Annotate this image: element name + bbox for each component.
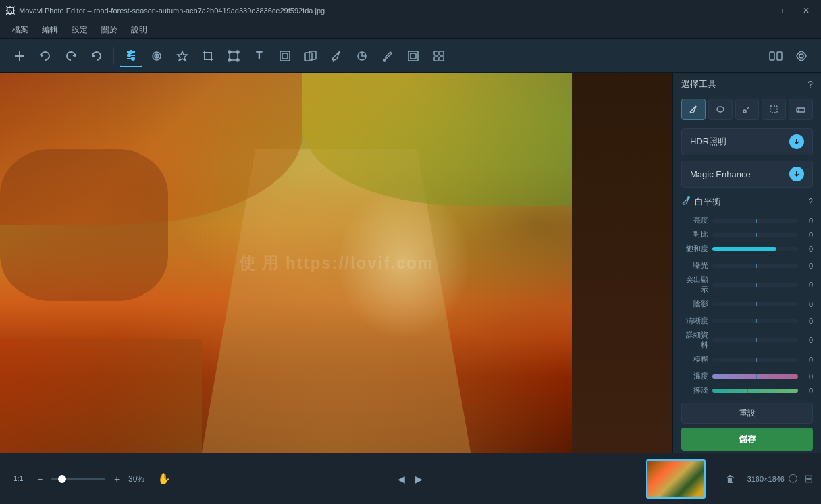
saturation-row: 飽和度 0 (681, 242, 813, 256)
exposure-value: 0 (802, 262, 813, 270)
menu-about[interactable]: 關於 (95, 23, 124, 37)
temperature-center (756, 374, 757, 379)
white-balance-icon (681, 196, 691, 208)
detail-value: 0 (802, 336, 813, 344)
panel-header: 選擇工具 ? (673, 73, 821, 96)
brightness-slider[interactable] (712, 219, 798, 223)
reset-button[interactable]: 重設 (681, 403, 813, 424)
saturation-label: 飽和度 (681, 244, 708, 254)
add-button[interactable] (8, 45, 31, 67)
foliage-mid-left (0, 149, 168, 301)
contrast-row: 對比 0 (681, 227, 813, 242)
brightness-center (756, 219, 757, 223)
zoom-slider-thumb (58, 475, 66, 483)
delete-button[interactable]: 🗑 (719, 468, 742, 491)
brightness-label: 亮度 (681, 215, 708, 225)
svg-rect-25 (434, 51, 438, 55)
bottom-right: 🗑 3160×1846 ⓘ ⊟ (711, 468, 821, 491)
white-balance-section: 白平衡 ? (673, 190, 821, 213)
redo-button[interactable] (59, 45, 82, 67)
shadows-slider[interactable] (712, 302, 798, 306)
preview-button[interactable] (790, 45, 813, 67)
saturation-fill (712, 247, 776, 251)
save-button[interactable]: 儲存 (681, 428, 813, 451)
close-button[interactable]: ✕ (797, 3, 816, 19)
svg-point-5 (130, 51, 132, 53)
thumbnail-strip (641, 457, 711, 501)
fit-button[interactable]: 1:1 (8, 468, 28, 491)
tree-overlay (572, 73, 672, 453)
lasso-select-button[interactable] (708, 99, 733, 120)
text-button[interactable]: T (248, 45, 271, 67)
magic-enhance-button[interactable]: Magic Enhance (681, 161, 813, 188)
rect-select-button[interactable] (762, 99, 786, 120)
hdr-download-icon (789, 134, 804, 149)
clarity-row: 清晰度 0 (681, 314, 813, 328)
svg-point-14 (236, 51, 239, 53)
tint-slider[interactable] (712, 389, 798, 393)
frame-button[interactable] (402, 45, 425, 67)
svg-rect-23 (408, 51, 418, 61)
next-button[interactable]: ▶ (411, 472, 426, 486)
transform-button[interactable] (222, 45, 245, 67)
undo-button[interactable] (34, 45, 57, 67)
zoom-in-button[interactable]: + (109, 472, 124, 486)
eraser-select-button[interactable] (789, 99, 813, 120)
thumbnail-image[interactable] (646, 459, 706, 499)
refresh-button[interactable] (85, 45, 108, 67)
toolbar-separator-1 (113, 47, 114, 65)
brush-select-button[interactable] (681, 99, 706, 120)
zoom-out-button[interactable]: − (32, 472, 47, 486)
eyedropper-button[interactable] (376, 45, 399, 67)
right-panel: 選擇工具 ? HDR照明 (672, 73, 821, 453)
contrast-center (756, 233, 757, 237)
panel-title: 選擇工具 (681, 78, 716, 90)
shadows-center (756, 302, 757, 306)
contrast-slider[interactable] (712, 233, 798, 237)
temperature-slider[interactable] (712, 374, 798, 379)
saturation-slider[interactable] (712, 247, 798, 251)
blur-slider[interactable] (712, 358, 798, 362)
highlights-center (756, 283, 757, 287)
svg-line-34 (745, 110, 746, 111)
hdr-button[interactable]: HDR照明 (681, 128, 813, 155)
eyedropper-select-button[interactable] (735, 99, 760, 120)
crop-button[interactable] (196, 45, 219, 67)
effects-button[interactable] (171, 45, 194, 67)
radial-button[interactable] (145, 45, 168, 67)
panel-help-button[interactable]: ? (807, 79, 813, 90)
svg-rect-27 (434, 57, 438, 61)
blur-value: 0 (802, 356, 813, 364)
maximize-button[interactable]: □ (775, 3, 794, 19)
menu-edit[interactable]: 編輯 (35, 23, 65, 37)
white-balance-help[interactable]: ? (808, 197, 813, 206)
clone-button[interactable] (299, 45, 322, 67)
compare-button[interactable] (764, 45, 787, 67)
app-icon: 🖼 (5, 5, 15, 16)
collage-button[interactable] (427, 45, 450, 67)
detail-center (756, 338, 757, 342)
canvas-area[interactable]: 使 用 https://lovif.com (0, 73, 672, 453)
menu-file[interactable]: 檔案 (5, 23, 35, 37)
svg-marker-11 (178, 51, 187, 61)
zoom-slider[interactable] (51, 478, 105, 480)
hand-tool-button[interactable]: ✋ (157, 472, 171, 486)
stamp-button[interactable] (273, 45, 296, 67)
temperature-value: 0 (802, 372, 813, 381)
brush-button[interactable] (325, 45, 348, 67)
menu-help[interactable]: 說明 (124, 23, 154, 37)
detail-slider[interactable] (712, 338, 798, 342)
menu-settings[interactable]: 設定 (65, 23, 95, 37)
layers-button[interactable]: ⊟ (804, 472, 813, 485)
brightness-value: 0 (802, 217, 813, 225)
tune-button[interactable] (120, 45, 142, 67)
highlights-slider[interactable] (712, 283, 798, 287)
exposure-slider[interactable] (712, 264, 798, 268)
retouch-button[interactable] (350, 45, 373, 67)
info-button[interactable]: ⓘ (787, 473, 799, 485)
svg-rect-24 (410, 53, 416, 59)
window-title: Movavi Photo Editor – road-forest-season… (19, 7, 753, 15)
clarity-slider[interactable] (712, 319, 798, 323)
prev-button[interactable]: ◀ (394, 472, 408, 486)
minimize-button[interactable]: — (753, 3, 772, 19)
